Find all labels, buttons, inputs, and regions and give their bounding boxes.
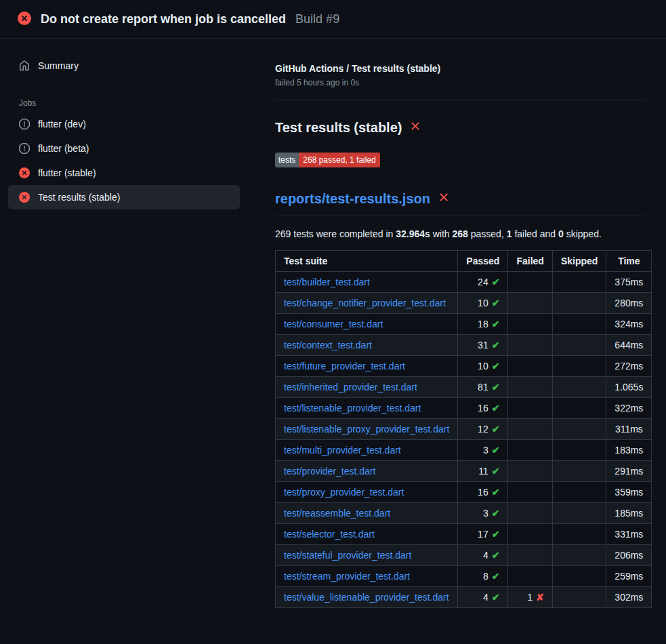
suite-link[interactable]: test/inherited_provider_test.dart: [284, 382, 417, 393]
summary-text: skipped.: [564, 228, 602, 239]
suite-link[interactable]: test/stream_provider_test.dart: [284, 571, 410, 582]
sidebar-item-label: Summary: [38, 60, 79, 71]
time-cell: 272ms: [606, 356, 652, 377]
failed-cell: [508, 335, 552, 356]
count-value: 17: [478, 529, 488, 540]
column-header-failed: Failed: [508, 251, 552, 272]
sidebar-item-test-results-stable[interactable]: Test results (stable): [8, 185, 240, 209]
suite-link[interactable]: test/proxy_provider_test.dart: [284, 487, 404, 498]
time-cell: 644ms: [606, 335, 652, 356]
suite-cell: test/value_listenable_provider_test.dart: [276, 587, 458, 608]
suite-link[interactable]: test/listenable_provider_test.dart: [284, 403, 421, 414]
check-icon: ✔: [492, 508, 500, 519]
check-icon: ✔: [492, 424, 500, 435]
suite-link[interactable]: test/context_test.dart: [284, 340, 372, 350]
table-header-row: Test suite Passed Failed Skipped Time: [276, 251, 652, 272]
skipped-cell: [552, 272, 606, 293]
count-value: 18: [478, 319, 488, 329]
check-icon: ✔: [492, 445, 500, 456]
time-cell: 311ms: [606, 419, 652, 440]
home-icon: [19, 60, 30, 71]
sidebar-item-label: flutter (stable): [38, 167, 96, 178]
passed-cell: 3✔: [458, 503, 508, 524]
skipped-cell: [552, 524, 606, 545]
suite-cell: test/inherited_provider_test.dart: [276, 377, 458, 398]
suite-link[interactable]: test/provider_test.dart: [284, 466, 375, 477]
table-row: test/selector_test.dart 17✔ 331ms: [276, 524, 652, 545]
tests-badge: tests 268 passed, 1 failed: [275, 153, 380, 167]
section-title-text: Test results (stable): [275, 120, 402, 136]
suite-link[interactable]: test/multi_provider_test.dart: [284, 445, 401, 456]
passed-cell: 12✔: [458, 419, 508, 440]
sidebar-item-flutter-dev[interactable]: flutter (dev): [8, 112, 240, 136]
run-header: Do not create report when job is cancell…: [0, 0, 666, 39]
sidebar-item-label: flutter (beta): [38, 143, 89, 154]
count-value: 4: [483, 550, 488, 561]
passed-cell: 16✔: [458, 482, 508, 503]
suite-cell: test/listenable_proxy_provider_test.dart: [276, 419, 458, 440]
passed-cell: 81✔: [458, 377, 508, 398]
count-value: 3: [483, 508, 488, 519]
report-link[interactable]: reports/test-results.json: [275, 191, 430, 207]
stop-icon: [19, 143, 30, 154]
run-meta: failed 5 hours ago in 0s: [275, 78, 645, 87]
suite-link[interactable]: test/future_provider_test.dart: [284, 361, 405, 371]
suite-link[interactable]: test/builder_test.dart: [284, 277, 370, 287]
skipped-cell: [552, 461, 606, 482]
suite-link[interactable]: test/listenable_proxy_provider_test.dart: [284, 424, 449, 435]
summary-text: passed,: [468, 228, 507, 239]
passed-cell: 4✔: [458, 587, 508, 608]
failed-cell: [508, 545, 552, 566]
time-cell: 185ms: [606, 503, 652, 524]
failed-cell: [508, 356, 552, 377]
skipped-cell: [552, 293, 606, 314]
time-cell: 375ms: [606, 272, 652, 293]
passed-cell: 24✔: [458, 272, 508, 293]
suite-link[interactable]: test/value_listenable_provider_test.dart: [284, 592, 449, 603]
count-value: 12: [478, 424, 488, 435]
failed-cell: [508, 377, 552, 398]
sidebar-item-flutter-stable[interactable]: flutter (stable): [8, 161, 240, 185]
count-value: 10: [478, 298, 488, 308]
summary-failed-count: 1: [507, 228, 512, 239]
count-value: 81: [478, 382, 488, 393]
build-number: Build #9: [295, 12, 339, 26]
skipped-cell: [552, 314, 606, 335]
skipped-cell: [552, 482, 606, 503]
failed-cell: [508, 293, 552, 314]
sidebar-item-flutter-beta[interactable]: flutter (beta): [8, 136, 240, 161]
suite-link[interactable]: test/stateful_provider_test.dart: [284, 550, 411, 561]
skipped-cell: [552, 545, 606, 566]
time-cell: 183ms: [606, 440, 652, 461]
suite-link[interactable]: test/change_notifier_provider_test.dart: [284, 298, 446, 308]
sidebar-item-summary[interactable]: Summary: [8, 54, 240, 78]
suite-link[interactable]: test/reassemble_test.dart: [284, 508, 390, 519]
failed-cell: [508, 314, 552, 335]
count-value: 1: [527, 592, 533, 603]
table-row: test/listenable_proxy_provider_test.dart…: [276, 419, 652, 440]
time-cell: 322ms: [606, 398, 652, 419]
suite-cell: test/future_provider_test.dart: [276, 356, 458, 377]
table-row: test/reassemble_test.dart 3✔ 185ms: [276, 503, 652, 524]
failed-cell: [508, 419, 552, 440]
table-row: test/inherited_provider_test.dart 81✔ 1.…: [276, 377, 652, 398]
suite-link[interactable]: test/selector_test.dart: [284, 529, 375, 540]
skipped-cell: [552, 587, 606, 608]
check-icon: ✔: [492, 340, 500, 350]
table-row: test/provider_test.dart 11✔ 291ms: [276, 461, 652, 482]
time-cell: 206ms: [606, 545, 652, 566]
column-header-passed: Passed: [458, 251, 508, 272]
suite-cell: test/context_test.dart: [276, 335, 458, 356]
check-icon: ✔: [492, 529, 500, 540]
summary-text: 269 tests were completed in: [275, 228, 396, 239]
suite-link[interactable]: test/consumer_test.dart: [284, 319, 383, 329]
count-value: 3: [483, 445, 488, 456]
summary-line: 269 tests were completed in 32.964s with…: [275, 228, 645, 239]
passed-cell: 3✔: [458, 440, 508, 461]
time-cell: 331ms: [606, 524, 652, 545]
passed-cell: 8✔: [458, 566, 508, 587]
failed-cell: [508, 566, 552, 587]
failed-cell: [508, 461, 552, 482]
passed-cell: 4✔: [458, 545, 508, 566]
badge-value: 268 passed, 1 failed: [299, 153, 379, 167]
